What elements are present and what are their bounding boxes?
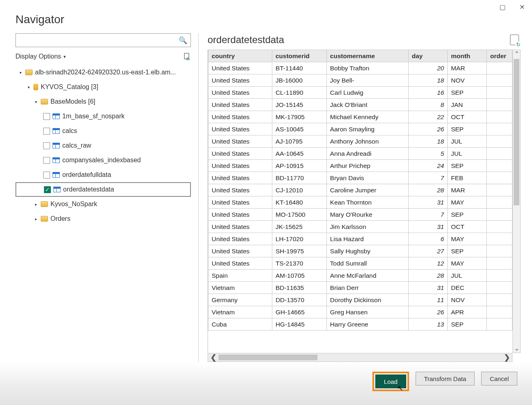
table-cell: 8: [408, 99, 447, 111]
table-row[interactable]: United StatesBD-11770Bryan Davis7FEB: [208, 172, 512, 184]
table-row[interactable]: United StatesCL-11890Carl Ludwig16SEP: [208, 87, 512, 99]
table-cell: Greg Hansen: [326, 306, 408, 318]
tree-node-folder[interactable]: ▸Kyvos_NoSpark: [15, 197, 191, 211]
table-row[interactable]: United StatesCJ-12010Caroline Jumper28MA…: [208, 184, 512, 196]
table-cell: [487, 62, 512, 74]
cancel-button[interactable]: Cancel: [481, 372, 517, 385]
table-cell: [487, 270, 512, 282]
table-cell: MAR: [447, 62, 486, 74]
tree-node-basemodels[interactable]: ▾ BaseModels [6]: [15, 94, 191, 109]
load-button[interactable]: Load: [375, 375, 406, 388]
scroll-up-icon[interactable]: ⌃: [514, 51, 519, 57]
table-cell: United States: [208, 233, 272, 245]
checkbox[interactable]: [43, 157, 50, 164]
table-cell: Vietnam: [208, 306, 272, 318]
scroll-left-icon[interactable]: ❮: [208, 353, 219, 362]
table-cell: 20: [408, 62, 447, 74]
column-header[interactable]: month: [447, 50, 486, 62]
table-row[interactable]: United StatesSH-19975Sally Hughsby27SEP: [208, 245, 512, 257]
table-cell: [487, 196, 512, 209]
caret-down-icon: ▾: [33, 99, 38, 104]
tree-node-table[interactable]: orderdatefulldata: [15, 168, 191, 182]
table-icon: [53, 187, 61, 192]
tree-node-table[interactable]: companysales_indexbased: [15, 153, 191, 168]
scroll-right-icon[interactable]: ❯: [501, 353, 512, 362]
table-row[interactable]: SpainAM-10705Anne McFarland28JUL: [208, 270, 512, 282]
checkbox[interactable]: [43, 142, 50, 149]
checkbox[interactable]: [43, 113, 50, 120]
table-row[interactable]: VietnamBD-11635Brian Derr31DEC: [208, 282, 512, 294]
refresh-preview-icon[interactable]: [510, 35, 519, 45]
table-row[interactable]: CubaHG-14845Harry Greene13SEP: [208, 318, 512, 331]
tree-label: BaseModels [6]: [50, 98, 95, 105]
column-header[interactable]: order: [487, 50, 512, 62]
table-row[interactable]: United StatesAJ-10795Anthony Johnson18JU…: [208, 135, 512, 148]
column-header[interactable]: country: [208, 50, 272, 62]
table-cell: 26: [408, 123, 447, 135]
table-row[interactable]: United StatesLH-17020Lisa Hazard6MAY: [208, 233, 512, 245]
horizontal-scrollbar[interactable]: ❮ ❯: [208, 353, 512, 362]
table-cell: JAN: [447, 99, 486, 111]
table-cell: Jim Karlsson: [326, 221, 408, 233]
tree-node-server[interactable]: ▾ alb-srinadh20242-624920320.us-east-1.e…: [15, 65, 191, 80]
table-cell: Joy Bell-: [326, 74, 408, 87]
table-cell: NOV: [447, 294, 486, 306]
checkbox[interactable]: [43, 172, 50, 179]
table-cell: 24: [408, 160, 447, 172]
table-cell: [487, 294, 512, 306]
transform-data-button[interactable]: Transform Data: [416, 372, 475, 385]
table-row[interactable]: United StatesAS-10045Aaron Smayling26SEP: [208, 123, 512, 135]
table-cell: NOV: [447, 74, 486, 87]
table-cell: [487, 74, 512, 87]
table-cell: United States: [208, 184, 272, 196]
checkbox[interactable]: ✓: [44, 186, 51, 193]
scroll-down-icon[interactable]: ⌄: [514, 345, 519, 352]
checkbox[interactable]: [43, 128, 50, 135]
close-icon[interactable]: ✕: [516, 2, 528, 11]
search-icon[interactable]: 🔍: [179, 36, 187, 45]
table-row[interactable]: GermanyDD-13570Dorothy Dickinson11NOV: [208, 294, 512, 306]
table-cell: Arthur Prichep: [326, 160, 408, 172]
scrollbar-thumb[interactable]: [514, 59, 519, 205]
table-row[interactable]: VietnamGH-14665Greg Hansen26APR: [208, 306, 512, 318]
table-cell: [487, 160, 512, 172]
refresh-tree-icon[interactable]: [184, 53, 191, 60]
table-cell: BD-11635: [272, 282, 326, 294]
tree-node-folder[interactable]: ▸Orders: [15, 211, 191, 226]
table-row[interactable]: United StatesTS-21370Todd Sumrall12MAY: [208, 257, 512, 270]
table-cell: AS-10045: [272, 123, 326, 135]
display-options-dropdown[interactable]: Display Options ▾: [15, 53, 66, 60]
tree-node-table[interactable]: 1m_base_sf_nospark: [15, 109, 191, 124]
tree-node-table[interactable]: ✓orderdatetestdata: [15, 182, 191, 197]
table-cell: CJ-12010: [272, 184, 326, 196]
tree-label: orderdatetestdata: [63, 186, 114, 193]
preview-title: orderdatetestdata: [208, 34, 284, 46]
table-row[interactable]: United StatesJO-15145Jack O'Briant8JAN: [208, 99, 512, 111]
table-row[interactable]: United StatesJB-16000Joy Bell-18NOV: [208, 74, 512, 87]
table-icon: [53, 172, 60, 178]
table-row[interactable]: United StatesKT-16480Kean Thornton31MAY: [208, 196, 512, 209]
table-row[interactable]: United StatesJK-15625Jim Karlsson31OCT: [208, 221, 512, 233]
column-header[interactable]: customername: [326, 50, 408, 62]
search-input-wrap[interactable]: 🔍: [15, 33, 191, 47]
column-header[interactable]: day: [408, 50, 447, 62]
maximize-icon[interactable]: ▢: [496, 2, 508, 11]
search-input[interactable]: [19, 37, 179, 44]
table-cell: United States: [208, 160, 272, 172]
tree-node-table[interactable]: calcs: [15, 124, 191, 138]
table-row[interactable]: United StatesAP-10915Arthur Prichep24SEP: [208, 160, 512, 172]
table-row[interactable]: United StatesBT-11440Bobby Trafton20MAR: [208, 62, 512, 74]
table-cell: TS-21370: [272, 257, 326, 270]
table-cell: Spain: [208, 270, 272, 282]
table-row[interactable]: United StatesMK-17905Michael Kennedy22OC…: [208, 111, 512, 123]
table-row[interactable]: United StatesMO-17500Mary O'Rourke7SEP: [208, 209, 512, 221]
table-cell: 31: [408, 196, 447, 209]
tree-node-catalog[interactable]: ▾ KYVOS_Catalog [3]: [15, 80, 191, 94]
vertical-scrollbar[interactable]: ⌃ ⌄: [512, 50, 521, 353]
table-row[interactable]: United StatesAA-10645Anna Andreadi5JUL: [208, 148, 512, 160]
table-cell: Bryan Davis: [326, 172, 408, 184]
table-cell: SEP: [447, 123, 486, 135]
scrollbar-thumb[interactable]: [219, 355, 317, 360]
tree-node-table[interactable]: calcs_raw: [15, 138, 191, 153]
column-header[interactable]: customerid: [272, 50, 326, 62]
